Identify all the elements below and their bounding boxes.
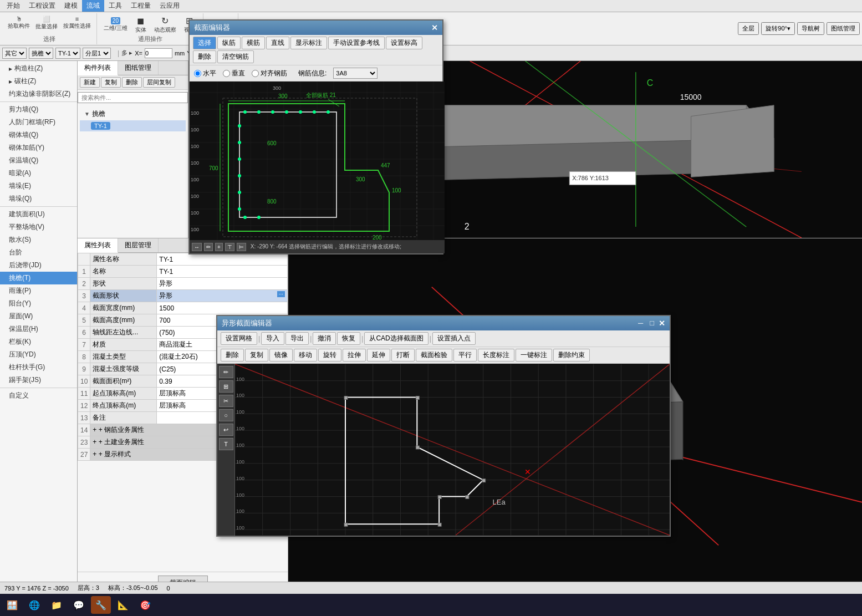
section-editor-title[interactable]: 截面编辑器 ✕ (190, 21, 442, 35)
irregular-editor-title[interactable]: 异形截面编辑器 ─ □ ✕ (217, 316, 670, 330)
taskbar-app3-btn[interactable]: 🎯 (135, 596, 155, 614)
comp-tree-folder[interactable]: ▼ 挑檐 (80, 108, 186, 120)
type-select[interactable]: 挑檐 (29, 48, 53, 59)
sidebar-item-hidden-beam[interactable]: 暗梁(A) (0, 167, 77, 180)
redo-btn[interactable]: 恢复 (337, 332, 360, 345)
set-grid-btn[interactable]: 设置网格 (221, 332, 257, 345)
x-coord-input[interactable] (145, 48, 172, 58)
delete-section-btn[interactable]: 删除 (193, 50, 216, 63)
show-annotation-btn[interactable]: 显示标注 (290, 37, 327, 49)
draw-line-btn[interactable]: ✏ (219, 366, 233, 378)
delete-comp-btn[interactable]: 删除 (122, 77, 142, 88)
draw-circle-btn[interactable]: ○ (219, 409, 233, 421)
break-btn[interactable]: 打断 (391, 349, 415, 362)
menu-project-settings[interactable]: 工程设置 (24, 0, 60, 12)
sidebar-item-construct-col[interactable]: ▸ 构造柱(Z) (0, 62, 77, 75)
clear-rebar-btn[interactable]: 清空钢筋 (217, 50, 254, 63)
taskbar-app1-btn[interactable]: 🔧 (91, 596, 111, 614)
nav-tree-btn[interactable]: 导航树 (797, 22, 824, 35)
sidebar-item-insulation-wall[interactable]: 保温墙(Q) (0, 154, 77, 167)
comp-search-input[interactable] (78, 92, 188, 103)
batch-select-btn[interactable]: ⬜ 批量选择 (33, 14, 60, 32)
mirror-btn[interactable]: 镜像 (269, 349, 293, 362)
sidebar-item-canopy[interactable]: 雨蓬(P) (0, 284, 77, 297)
draw-cut-btn[interactable]: ✂ (219, 395, 233, 407)
section-tool-5[interactable]: ⊢ (237, 243, 246, 251)
copy-comp-btn[interactable]: 复制 (101, 77, 121, 88)
new-comp-btn[interactable]: 新建 (80, 77, 100, 88)
sidebar-item-masonry-rebar[interactable]: 砌体加筋(Y) (0, 141, 77, 154)
set-ref-line-btn[interactable]: 手动设置参考线 (328, 37, 385, 49)
layer-select[interactable]: 分层1 (83, 48, 111, 59)
section-edit-inline-btn[interactable]: ··· (277, 291, 285, 297)
irregular-editor-close-btn[interactable]: ✕ (659, 319, 665, 328)
comp-tree-item-ty1[interactable]: TY-1 (80, 120, 186, 131)
section-check-btn[interactable]: 截面检验 (416, 349, 452, 362)
taskbar-explorer-btn[interactable]: 📁 (47, 596, 67, 614)
tab-props-list[interactable]: 属性列表 (78, 238, 118, 253)
parallel-btn[interactable]: 平行 (453, 349, 477, 362)
sidebar-item-post-cast[interactable]: 后浇带(JD) (0, 259, 77, 272)
menu-start[interactable]: 开始 (2, 0, 24, 12)
sidebar-item-insulation-layer[interactable]: 保温层(H) (0, 323, 77, 335)
category-select[interactable]: 其它 (2, 48, 27, 59)
menu-flow[interactable]: 流域 (82, 0, 104, 12)
sidebar-item-cap-beam[interactable]: 压顶(YD) (0, 348, 77, 361)
all-floor-btn[interactable]: 全层 (738, 22, 759, 35)
import-btn[interactable]: 导入 (261, 332, 284, 345)
sidebar-item-constraint[interactable]: 约束边缘非阴影区(Z) (0, 88, 77, 100)
sidebar-item-wall-pier-q[interactable]: 墙垛(Q) (0, 192, 77, 205)
sidebar-item-parapet[interactable]: 栏板(K) (0, 335, 77, 348)
set-insert-pt-btn[interactable]: 设置插入点 (432, 332, 476, 345)
select-tab-btn[interactable]: 选择 (193, 37, 216, 49)
undo-tool-btn[interactable]: ↩ (219, 424, 233, 436)
interlayer-copy-btn[interactable]: 层间复制 (143, 77, 175, 88)
auto-annotate-btn[interactable]: 一键标注 (516, 349, 552, 362)
drawing-mgmt-btn[interactable]: 图纸管理 (827, 22, 860, 35)
section-tool-1[interactable]: ↔ (192, 243, 202, 251)
sidebar-item-balcony[interactable]: 阳台(Y) (0, 297, 77, 310)
sidebar-item-masonry-wall[interactable]: 砌体墙(Q) (0, 129, 77, 141)
horizontal-rebar-btn[interactable]: 横筋 (242, 37, 265, 49)
sidebar-item-scaffold[interactable]: 踢手架(JS) (0, 374, 77, 386)
menu-quantities[interactable]: 工程量 (126, 0, 155, 12)
export-btn[interactable]: 导出 (285, 332, 309, 345)
draw-rect-btn[interactable]: ⊞ (219, 380, 233, 393)
section-editor-close-btn[interactable]: ✕ (431, 23, 438, 32)
stretch-btn[interactable]: 拉伸 (343, 349, 366, 362)
length-annotation-btn[interactable]: 长度标注 (478, 349, 514, 362)
minimize-btn[interactable]: ─ (636, 319, 645, 328)
extend-btn[interactable]: 延伸 (367, 349, 390, 362)
from-cad-btn[interactable]: 从CAD选择截面图 (364, 332, 428, 345)
sidebar-item-civil-defense[interactable]: 人防门框墙(RF) (0, 116, 77, 129)
sidebar-item-custom[interactable]: 自定义 (0, 389, 77, 402)
sidebar-item-floor-area[interactable]: 建筑面积(U) (0, 208, 77, 221)
set-elevation-btn[interactable]: 设置标高 (386, 37, 422, 49)
rebar-info-select[interactable]: 3A8 (333, 68, 378, 79)
sidebar-item-carbon-col[interactable]: ▸ 碳柱(Z) (0, 75, 77, 88)
line-btn[interactable]: 直线 (266, 37, 289, 49)
rotate90-btn[interactable]: 旋转90°▾ (761, 22, 795, 35)
sidebar-item-steps[interactable]: 台阶 (0, 246, 77, 259)
horizontal-radio[interactable]: 水平 (194, 69, 216, 78)
rotate-btn[interactable]: 旋转 (318, 349, 341, 362)
menu-build[interactable]: 建模 (60, 0, 82, 12)
section-tool-4[interactable]: ⊤ (225, 243, 234, 251)
tab-drawing-mgmt[interactable]: 图纸管理 (118, 61, 159, 75)
2d3d-toggle-btn[interactable]: 20 二维/三维 (101, 14, 130, 35)
vertical-rebar-btn[interactable]: 纵筋 (217, 37, 241, 49)
undo-btn[interactable]: 撤消 (313, 332, 336, 345)
sidebar-item-cornice[interactable]: 挑檐(T) (0, 272, 77, 284)
align-rebar-radio[interactable]: 对齐钢筋 (252, 69, 287, 78)
component-select[interactable]: TY-1 (55, 48, 80, 59)
tab-comp-list[interactable]: 构件列表 (78, 61, 118, 75)
taskbar-start-btn[interactable]: 🪟 (2, 596, 22, 614)
sidebar-item-shear-wall[interactable]: 剪力墙(Q) (0, 103, 77, 116)
attr-select-btn[interactable]: ≡ 按属性选择 (61, 14, 93, 32)
solid-btn[interactable]: ◼ 实体 (131, 14, 151, 35)
maximize-btn[interactable]: □ (647, 319, 656, 328)
taskbar-browser-btn[interactable]: 🌐 (24, 596, 44, 614)
taskbar-chat-btn[interactable]: 💬 (69, 596, 89, 614)
menu-tools[interactable]: 工具 (104, 0, 126, 12)
copy-shape-btn[interactable]: 复制 (245, 349, 268, 362)
